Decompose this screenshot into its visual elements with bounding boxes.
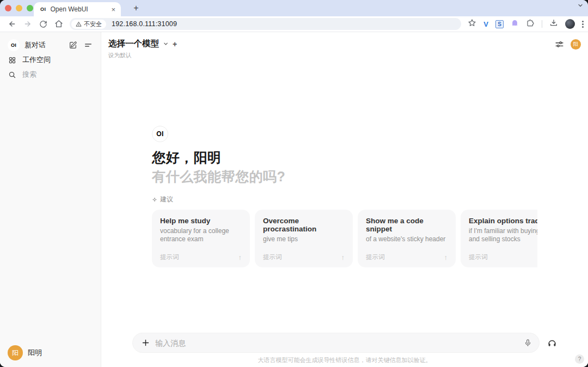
sidebar-new-chat[interactable]: OI 新对话 [5,39,95,52]
suggestion-cards: Help me study vocabulary for a college e… [152,210,537,267]
greeting-subtitle: 有什么我能帮您的吗? [152,168,537,186]
attach-plus-icon[interactable] [140,338,151,348]
suggestions-label: 建议 [160,195,173,204]
browser-toolbar: 不安全 192.168.0.111:31009 V S [0,16,588,32]
bookmark-star-icon[interactable] [468,19,476,29]
extension-s-icon[interactable]: S [495,20,504,28]
card-tag: 提示词 [263,253,282,261]
message-input-container[interactable] [132,333,540,353]
composer: 大语言模型可能会生成误导性错误信息，请对关键信息加以验证。 ? [101,333,588,364]
sidebar-item-workspace[interactable]: 工作空间 [5,53,95,66]
card-subtitle: if I'm familiar with buying and selling … [469,227,537,243]
microphone-icon[interactable] [524,339,532,347]
extension-v-icon[interactable]: V [483,20,488,28]
workspace-grid-icon [8,56,16,64]
new-tab-button[interactable]: + [130,2,143,15]
welcome-section: OI 您好，阳明 有什么我能帮您的吗? 建议 Help me study voc… [152,126,537,267]
card-tag: 提示词 [366,253,385,261]
new-chat-label: 新对话 [24,40,46,50]
suggestion-card[interactable]: Help me study vocabulary for a college e… [152,210,250,267]
card-title: Show me a code snippet [366,217,448,233]
chevron-down-icon[interactable] [577,2,584,9]
browser-profile-avatar[interactable] [565,19,575,29]
greeting-title: 您好，阳明 [152,149,537,167]
search-icon [8,70,16,79]
main-panel: 选择一个模型 + 设为默认 阳 OI 您好，阳明 有什么我能帮您的吗? 建 [101,32,588,367]
extensions-puzzle-icon[interactable] [526,19,535,29]
download-icon[interactable] [549,19,558,29]
sidebar-user-menu[interactable]: 阳 阳明 [5,343,95,363]
search-label: 搜索 [22,70,36,79]
suggestion-card[interactable]: Show me a code snippet of a website's st… [358,210,456,267]
tab-close-icon[interactable]: × [110,5,117,14]
arrow-up-icon: ↑ [341,253,345,261]
tab-title: Open WebUI [51,5,111,13]
back-icon[interactable] [8,20,16,28]
workspace-label: 工作空间 [22,55,51,65]
browser-window: OI Open WebUI × + 不安全 192.168.0.111:3100… [0,0,588,367]
forward-icon[interactable] [23,20,32,28]
help-button[interactable]: ? [575,354,584,364]
chat-controls-icon[interactable] [555,40,564,49]
sidebar: OI 新对话 工作空间 搜索 阳 阳明 [0,32,101,367]
set-default-link[interactable]: 设为默认 [108,52,177,59]
toolbar-divider [542,20,542,28]
home-icon[interactable] [54,20,63,28]
user-name: 阳明 [28,348,42,358]
url-text[interactable]: 192.168.0.111:31009 [112,20,177,28]
zoom-window-button[interactable] [27,5,33,11]
app-logo: OI [8,39,20,51]
hero-logo: OI [152,126,168,142]
security-chip[interactable]: 不安全 [71,20,106,29]
card-title: Help me study [160,217,242,225]
browser-menu-icon[interactable] [582,21,584,28]
address-bar[interactable]: 不安全 192.168.0.111:31009 [70,18,461,30]
llm-disclaimer: 大语言模型可能会生成误导性错误信息，请对关键信息加以验证。 [101,356,588,364]
tab-favicon: OI [40,7,46,12]
traffic-lights [5,5,33,11]
card-tag: 提示词 [469,253,488,261]
close-window-button[interactable] [5,5,11,11]
card-subtitle: give me tips [263,235,345,243]
warning-icon [76,21,82,27]
user-avatar: 阳 [8,345,23,360]
card-subtitle: of a website's sticky header [366,235,448,243]
message-input[interactable] [155,339,524,347]
browser-tab[interactable]: OI Open WebUI × [34,2,121,16]
sidebar-search[interactable]: 搜索 [5,68,95,81]
sparkle-icon [152,197,157,203]
arrow-up-icon: ↑ [444,253,448,261]
arrow-up-icon: ↑ [238,253,242,261]
model-selector-label[interactable]: 选择一个模型 [108,38,159,50]
headphones-call-icon[interactable] [547,338,557,348]
reload-icon[interactable] [39,20,47,28]
new-chat-pencil-icon[interactable] [68,40,78,50]
chevron-down-icon [163,41,169,47]
tab-strip: OI Open WebUI × + [0,0,588,16]
card-title: Explain options trading [469,217,537,225]
card-subtitle: vocabulary for a college entrance exam [160,227,242,243]
model-selector[interactable]: 选择一个模型 + [108,38,177,50]
suggestion-card[interactable]: Explain options trading if I'm familiar … [461,210,537,267]
add-model-button[interactable]: + [173,40,177,48]
sidebar-toggle-icon[interactable] [83,40,93,50]
extension-ghost-icon[interactable] [511,19,519,29]
card-title: Overcome procrastination [263,217,345,233]
suggestion-card[interactable]: Overcome procrastination give me tips 提示… [255,210,353,267]
header-user-avatar[interactable]: 阳 [571,39,581,50]
minimize-window-button[interactable] [16,5,22,11]
security-label: 不安全 [84,20,102,28]
card-tag: 提示词 [160,253,179,261]
